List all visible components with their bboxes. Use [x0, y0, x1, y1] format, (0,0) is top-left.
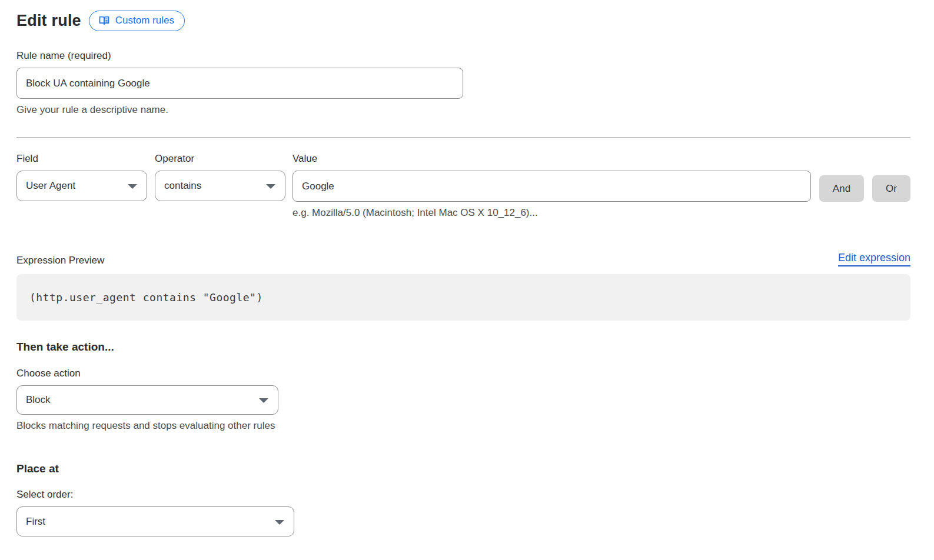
value-help: e.g. Mozilla/5.0 (Macintosh; Intel Mac O…	[293, 207, 811, 219]
edit-expression-link[interactable]: Edit expression	[838, 252, 910, 266]
operator-select-value: contains	[164, 180, 201, 192]
expression-section: Expression Preview Edit expression (http…	[16, 252, 910, 321]
page-header: Edit rule Custom rules	[16, 11, 910, 31]
placement-section: Place at Select order: First	[16, 462, 910, 536]
action-select[interactable]: Block	[16, 385, 278, 415]
condition-row: Field User Agent Operator contains Value…	[16, 153, 910, 219]
rule-name-help: Give your rule a descriptive name.	[16, 104, 910, 116]
field-group: Field User Agent	[16, 153, 147, 201]
edit-rule-form: Edit rule Custom rules Rule name (requir…	[16, 11, 910, 536]
action-section: Then take action... Choose action Block …	[16, 341, 910, 432]
order-select-value: First	[26, 516, 45, 528]
operator-group: Operator contains	[155, 153, 285, 201]
custom-rules-docs-button[interactable]: Custom rules	[89, 11, 185, 31]
action-select-value: Block	[26, 394, 51, 406]
rule-name-group: Rule name (required) Give your rule a de…	[16, 50, 910, 116]
chevron-down-icon	[128, 184, 137, 189]
rule-name-label: Rule name (required)	[16, 50, 910, 62]
expression-header: Expression Preview Edit expression	[16, 252, 910, 266]
action-heading: Then take action...	[16, 341, 910, 354]
expression-code-box: (http.user_agent contains "Google")	[16, 274, 910, 321]
value-group: Value e.g. Mozilla/5.0 (Macintosh; Intel…	[293, 153, 811, 219]
chevron-down-icon	[275, 520, 284, 525]
field-select-value: User Agent	[26, 180, 75, 192]
action-help: Blocks matching requests and stops evalu…	[16, 420, 910, 432]
andor-buttons: And Or	[819, 153, 910, 202]
section-divider	[16, 137, 910, 138]
place-at-heading: Place at	[16, 462, 910, 475]
select-order-label: Select order:	[16, 489, 910, 501]
and-button[interactable]: And	[819, 175, 864, 202]
field-select[interactable]: User Agent	[16, 171, 147, 201]
order-select[interactable]: First	[16, 506, 294, 536]
value-label: Value	[293, 153, 811, 165]
operator-select[interactable]: contains	[155, 171, 285, 201]
rule-name-input[interactable]	[16, 68, 463, 99]
open-book-icon	[98, 15, 110, 26]
value-input[interactable]	[293, 171, 811, 202]
custom-rules-label: Custom rules	[115, 15, 174, 26]
operator-label: Operator	[155, 153, 285, 165]
or-button[interactable]: Or	[872, 175, 910, 202]
chevron-down-icon	[266, 184, 275, 189]
choose-action-label: Choose action	[16, 368, 910, 379]
page-title: Edit rule	[16, 12, 81, 30]
expression-preview-label: Expression Preview	[16, 255, 104, 266]
field-label: Field	[16, 153, 147, 165]
expression-code: (http.user_agent contains "Google")	[29, 291, 263, 304]
chevron-down-icon	[259, 398, 268, 403]
